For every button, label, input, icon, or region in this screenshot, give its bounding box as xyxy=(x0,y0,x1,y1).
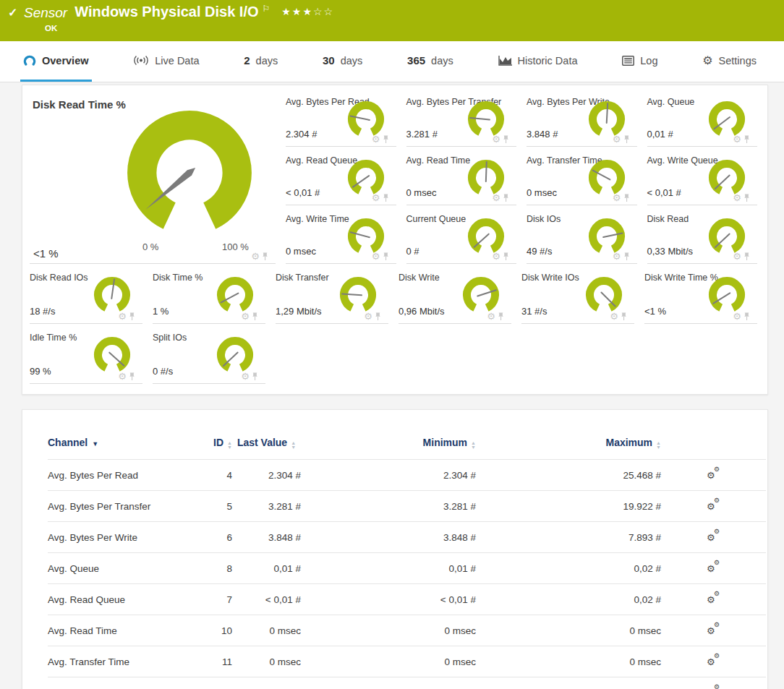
channel-gauge xyxy=(585,214,629,254)
gauge-settings-gear-icon[interactable]: ⚙ xyxy=(118,372,127,381)
pin-icon[interactable] xyxy=(262,252,268,261)
gauge-settings-gear-icon[interactable]: ⚙ xyxy=(241,372,250,381)
tab-365-days[interactable]: 365 days xyxy=(404,41,456,82)
gauge-tile-avg-bytes-per-transfer[interactable]: Avg. Bytes Per Transfer 3.281 # ⚙ xyxy=(406,88,517,147)
column-header-channel[interactable]: Channel▼ xyxy=(48,436,203,460)
tab-30-days[interactable]: 30 days xyxy=(320,41,365,82)
gauge-tile-disk-write-time-[interactable]: Disk Write Time % <1 % ⚙ xyxy=(644,264,757,324)
pin-icon[interactable] xyxy=(252,372,258,381)
gauge-settings-gear-icon[interactable]: ⚙ xyxy=(118,312,127,321)
pin-icon[interactable] xyxy=(623,252,630,261)
channel-settings-icon[interactable]: ⚙ ⚙ xyxy=(707,530,720,542)
channel-gauge xyxy=(344,155,388,196)
pin-icon[interactable] xyxy=(383,135,389,144)
gauge-tile-disk-time-[interactable]: Disk Time % 1 % ⚙ xyxy=(153,264,265,324)
column-header-maximum[interactable]: Maximum▲▼ xyxy=(476,436,661,460)
gauge-tile-disk-write-ios[interactable]: Disk Write IOs 31 #/s ⚙ xyxy=(521,264,634,324)
pin-icon[interactable] xyxy=(621,312,627,321)
channel-name[interactable]: Avg. Read Queue xyxy=(48,584,203,615)
pin-icon[interactable] xyxy=(623,194,630,202)
pin-icon[interactable] xyxy=(743,252,750,261)
gauge-tile-disk-ios[interactable]: Disk IOs 49 #/s ⚙ xyxy=(527,205,637,264)
channel-name[interactable]: Avg. Bytes Per Transfer xyxy=(48,491,203,522)
pin-icon[interactable] xyxy=(375,312,381,321)
pin-icon[interactable] xyxy=(383,194,389,202)
gauge-settings-gear-icon[interactable]: ⚙ xyxy=(733,135,741,144)
gauge-settings-gear-icon[interactable]: ⚙ xyxy=(251,252,260,261)
gauge-settings-gear-icon[interactable]: ⚙ xyxy=(364,312,372,321)
gauge-tile-disk-read-ios[interactable]: Disk Read IOs 18 #/s ⚙ xyxy=(30,264,142,324)
gauge-settings-gear-icon[interactable]: ⚙ xyxy=(613,135,621,144)
gauge-settings-gear-icon[interactable]: ⚙ xyxy=(613,194,621,202)
channel-settings-icon[interactable]: ⚙ ⚙ xyxy=(707,499,720,511)
channel-name[interactable]: Avg. Read Time xyxy=(48,615,203,646)
column-header-minimum[interactable]: Minimum▲▼ xyxy=(301,436,476,460)
channel-name[interactable]: Avg. Bytes Per Read xyxy=(48,460,203,491)
channel-settings-icon[interactable]: ⚙ ⚙ xyxy=(707,561,720,573)
tab-log[interactable]: Log xyxy=(619,41,660,82)
gauge-tile-current-queue[interactable]: Current Queue 0 # ⚙ xyxy=(406,205,517,264)
primary-channel-gauge-tile[interactable]: Disk Read Time % 0 % 100 % <1 % ⚙ xyxy=(30,88,276,264)
channel-settings-icon[interactable]: ⚙ ⚙ xyxy=(707,685,720,689)
gauge-settings-gear-icon[interactable]: ⚙ xyxy=(492,252,500,261)
channel-settings-icon[interactable]: ⚙ ⚙ xyxy=(707,592,720,604)
channel-name[interactable]: Avg. Write Queue xyxy=(48,677,203,689)
gauge-tile-disk-write[interactable]: Disk Write 0,96 Mbit/s ⚙ xyxy=(399,264,511,324)
gauge-tile-avg-bytes-per-read[interactable]: Avg. Bytes Per Read 2.304 # ⚙ xyxy=(286,88,396,147)
channel-name[interactable]: Avg. Transfer Time xyxy=(48,646,203,677)
gauge-tile-disk-read[interactable]: Disk Read 0,33 Mbit/s ⚙ xyxy=(647,205,758,264)
gauge-settings-gear-icon[interactable]: ⚙ xyxy=(241,312,250,321)
column-header-last-value[interactable]: Last Value▲▼ xyxy=(232,436,301,460)
gauge-tile-avg-queue[interactable]: Avg. Queue 0,01 # ⚙ xyxy=(647,88,758,147)
pin-icon[interactable] xyxy=(129,372,135,381)
tab-historic-data[interactable]: Historic Data xyxy=(495,41,581,82)
pin-icon[interactable] xyxy=(743,194,750,202)
gauge-tile-avg-read-queue[interactable]: Avg. Read Queue < 0,01 # ⚙ xyxy=(286,147,396,205)
gauge-settings-gear-icon[interactable]: ⚙ xyxy=(372,135,380,144)
gauge-settings-gear-icon[interactable]: ⚙ xyxy=(733,312,741,321)
primary-gauge xyxy=(113,100,266,235)
star-rating[interactable]: ★★★☆☆ xyxy=(281,6,334,17)
pin-icon[interactable] xyxy=(503,135,509,144)
gauge-tile-avg-transfer-time[interactable]: Avg. Transfer Time 0 msec ⚙ xyxy=(527,147,637,205)
gauge-tile-split-ios[interactable]: Split IOs 0 #/s ⚙ xyxy=(153,324,265,384)
tab-2-days[interactable]: 2 days xyxy=(241,41,281,82)
column-header-id[interactable]: ID▲▼ xyxy=(203,436,232,460)
gauge-settings-gear-icon[interactable]: ⚙ xyxy=(613,252,621,261)
channel-name[interactable]: Avg. Queue xyxy=(48,553,203,584)
pin-icon[interactable] xyxy=(252,312,258,321)
gauge-settings-gear-icon[interactable]: ⚙ xyxy=(372,252,380,261)
channel-settings-icon[interactable]: ⚙ ⚙ xyxy=(707,623,720,635)
gauge-tile-avg-read-time[interactable]: Avg. Read Time 0 msec ⚙ xyxy=(406,147,517,205)
gauge-scale-max: 100 % xyxy=(222,241,249,252)
pin-icon[interactable] xyxy=(743,135,750,144)
gauge-settings-gear-icon[interactable]: ⚙ xyxy=(487,312,495,321)
gauge-settings-gear-icon[interactable]: ⚙ xyxy=(733,194,741,202)
channel-settings-icon[interactable]: ⚙ ⚙ xyxy=(707,654,720,667)
pin-icon[interactable] xyxy=(503,194,509,202)
pin-icon[interactable] xyxy=(503,252,509,261)
gauge-tile-avg-bytes-per-write[interactable]: Avg. Bytes Per Write 3.848 # ⚙ xyxy=(527,88,637,147)
channel-gauge-value: 18 #/s xyxy=(30,306,55,317)
tab-live-data[interactable]: Live Data xyxy=(130,41,202,82)
gauge-settings-gear-icon[interactable]: ⚙ xyxy=(372,194,380,202)
pin-icon[interactable] xyxy=(129,312,135,321)
flag-icon[interactable]: ⚐ xyxy=(263,4,270,14)
gauge-tile-idle-time-[interactable]: Idle Time % 99 % ⚙ xyxy=(30,324,142,384)
gauge-settings-gear-icon[interactable]: ⚙ xyxy=(610,312,618,321)
pin-icon[interactable] xyxy=(743,312,750,321)
gauge-tile-avg-write-queue[interactable]: Avg. Write Queue < 0,01 # ⚙ xyxy=(647,147,758,205)
pin-icon[interactable] xyxy=(383,252,389,261)
gauge-settings-gear-icon[interactable]: ⚙ xyxy=(492,194,500,202)
channel-gauge xyxy=(705,97,749,137)
channel-settings-icon[interactable]: ⚙ ⚙ xyxy=(707,468,720,480)
pin-icon[interactable] xyxy=(498,312,504,321)
channel-name[interactable]: Avg. Bytes Per Write xyxy=(48,522,203,553)
gauge-tile-disk-transfer[interactable]: Disk Transfer 1,29 Mbit/s ⚙ xyxy=(276,264,388,324)
tab-overview[interactable]: Overview xyxy=(20,41,92,82)
gauge-settings-gear-icon[interactable]: ⚙ xyxy=(492,135,500,144)
gauge-tile-avg-write-time[interactable]: Avg. Write Time 0 msec ⚙ xyxy=(286,205,396,264)
pin-icon[interactable] xyxy=(623,135,630,144)
tab-settings[interactable]: ⚙ Settings xyxy=(699,41,759,82)
gauge-settings-gear-icon[interactable]: ⚙ xyxy=(733,252,741,261)
